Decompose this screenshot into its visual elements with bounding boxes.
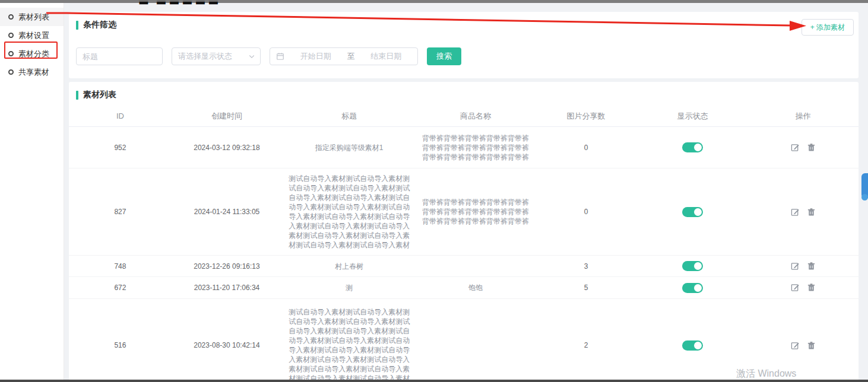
cell-id: 516	[69, 335, 172, 355]
cell-ops	[748, 256, 859, 276]
toggle-knob	[694, 342, 702, 349]
title-input[interactable]	[76, 47, 163, 65]
status-select[interactable]: 请选择显示状态	[172, 47, 261, 65]
cell-status	[638, 256, 748, 276]
page: 〓 〓〓〓〓〓 素材列表 素材设置 素材分类 共享素材 条件筛选 请选择显示状态	[0, 0, 868, 382]
filter-section-title: 条件筛选	[83, 20, 116, 30]
col-header-created: 创建时间	[172, 111, 282, 122]
edit-icon[interactable]	[791, 283, 800, 292]
edit-icon[interactable]	[791, 143, 800, 152]
status-toggle[interactable]	[682, 283, 703, 293]
delete-icon[interactable]	[807, 283, 816, 292]
table-section-title: 素材列表	[83, 90, 116, 100]
cell-id: 672	[69, 278, 172, 298]
edit-icon[interactable]	[791, 341, 800, 350]
cell-product: 饱饱	[416, 278, 535, 298]
filter-controls: 请选择显示状态 开始日期 至 结束日期 搜索	[76, 47, 461, 65]
cell-shares: 2	[535, 335, 638, 355]
material-list-card: 素材列表 ID 创建时间 标题 商品名称 图片分享数 显示状态 操作 952 2…	[69, 82, 859, 382]
date-separator: 至	[347, 51, 355, 62]
sidebar: 素材列表 素材设置 素材分类 共享素材	[0, 3, 64, 382]
delete-icon[interactable]	[807, 208, 816, 217]
chevron-down-icon	[248, 53, 255, 60]
circle-icon	[8, 51, 14, 56]
section-accent-bar	[76, 21, 78, 30]
filter-section-header: 条件筛选	[69, 12, 859, 30]
table-row: 827 2024-01-24 11:33:05 测试自动导入素材测试自动导入素材…	[69, 168, 859, 256]
status-toggle[interactable]	[682, 340, 703, 351]
clipped-page-header-fragment: 〓 〓〓〓〓〓	[138, 0, 239, 5]
delete-icon[interactable]	[807, 262, 816, 270]
cell-title: 测	[282, 278, 416, 298]
material-table: ID 创建时间 标题 商品名称 图片分享数 显示状态 操作 952 2024-0…	[69, 106, 859, 382]
cell-status	[638, 137, 748, 158]
cell-created: 2023-12-26 09:16:13	[172, 256, 282, 276]
date-range-picker[interactable]: 开始日期 至 结束日期	[270, 47, 418, 65]
toggle-knob	[694, 144, 702, 151]
cell-shares: 0	[535, 138, 638, 158]
status-toggle[interactable]	[682, 142, 703, 152]
sidebar-item-material-settings[interactable]: 素材设置	[0, 26, 64, 44]
col-header-ops: 操作	[748, 111, 859, 122]
delete-icon[interactable]	[807, 143, 816, 152]
col-header-id: ID	[69, 112, 172, 120]
edit-icon[interactable]	[791, 208, 800, 217]
cell-created: 2023-11-20 17:06:34	[172, 278, 282, 298]
cell-id: 827	[69, 202, 172, 222]
status-toggle[interactable]	[682, 207, 703, 217]
cell-title: 指定采购端等级素材1	[282, 138, 416, 158]
delete-icon[interactable]	[807, 341, 816, 350]
table-header-row: ID 创建时间 标题 商品名称 图片分享数 显示状态 操作	[69, 106, 859, 127]
circle-icon	[8, 33, 14, 38]
section-accent-bar	[76, 91, 78, 100]
cell-status	[638, 201, 748, 222]
cell-created: 2024-01-24 11:33:05	[172, 202, 282, 222]
clipped-floating-widget[interactable]	[861, 173, 868, 198]
filter-card: 条件筛选 请选择显示状态 开始日期 至 结束日期 搜	[69, 12, 859, 78]
cell-product	[416, 261, 535, 272]
cell-created: 2023-08-30 10:42:14	[172, 335, 282, 355]
sidebar-item-material-list[interactable]: 素材列表	[0, 8, 64, 26]
cell-status	[638, 277, 748, 298]
cell-ops	[748, 278, 859, 297]
col-header-product: 商品名称	[416, 111, 535, 122]
cell-shares: 3	[535, 256, 638, 276]
cell-shares: 0	[535, 202, 638, 222]
clipped-browser-strip	[0, 0, 868, 3]
cell-product: 背带裤背带裤背带裤背带裤背带裤背带裤背带裤背带裤背带裤背带裤背带裤背带裤背带裤背…	[416, 192, 535, 231]
sidebar-item-shared-material[interactable]: 共享素材	[0, 63, 64, 81]
cell-id: 952	[69, 138, 172, 158]
cell-ops	[748, 336, 859, 355]
calendar-icon	[276, 52, 284, 61]
cell-created: 2024-03-12 09:32:18	[172, 138, 282, 158]
cell-product: 背带裤背带裤背带裤背带裤背带裤背带裤背带裤背带裤背带裤背带裤背带裤背带裤背带裤背…	[416, 128, 535, 167]
col-header-shares: 图片分享数	[535, 111, 638, 122]
date-start-placeholder: 开始日期	[290, 51, 341, 62]
toggle-knob	[694, 262, 702, 270]
table-row: 748 2023-12-26 09:16:13 村上春树 3	[69, 256, 859, 277]
sidebar-item-material-category[interactable]: 素材分类	[0, 44, 64, 63]
col-header-title: 标题	[282, 111, 416, 122]
cell-ops	[748, 138, 859, 157]
table-row: 952 2024-03-12 09:32:18 指定采购端等级素材1 背带裤背带…	[69, 127, 859, 168]
sidebar-item-label: 素材设置	[18, 30, 49, 41]
table-section-header: 素材列表	[69, 82, 859, 100]
clipped-taskbar-edge	[0, 380, 868, 382]
add-material-button[interactable]: + 添加素材	[802, 19, 854, 36]
cell-product	[416, 340, 535, 351]
cell-shares: 5	[535, 278, 638, 298]
search-button[interactable]: 搜索	[427, 47, 461, 65]
circle-icon	[8, 14, 14, 20]
sidebar-item-label: 素材分类	[18, 49, 49, 59]
status-toggle[interactable]	[682, 261, 703, 271]
cell-id: 748	[69, 256, 172, 276]
edit-icon[interactable]	[791, 262, 800, 270]
cell-title: 测试自动导入素材测试自动导入素材测试自动导入素材测试自动导入素材测试自动导入素材…	[282, 302, 416, 382]
toggle-knob	[694, 208, 702, 216]
date-end-placeholder: 结束日期	[361, 51, 412, 62]
cell-title: 测试自动导入素材测试自动导入素材测试自动导入素材测试自动导入素材测试自动导入素材…	[282, 168, 416, 255]
cell-status	[638, 335, 748, 355]
table-row: 672 2023-11-20 17:06:34 测 饱饱 5	[69, 277, 859, 298]
toggle-knob	[694, 284, 702, 292]
col-header-status: 显示状态	[638, 111, 748, 122]
